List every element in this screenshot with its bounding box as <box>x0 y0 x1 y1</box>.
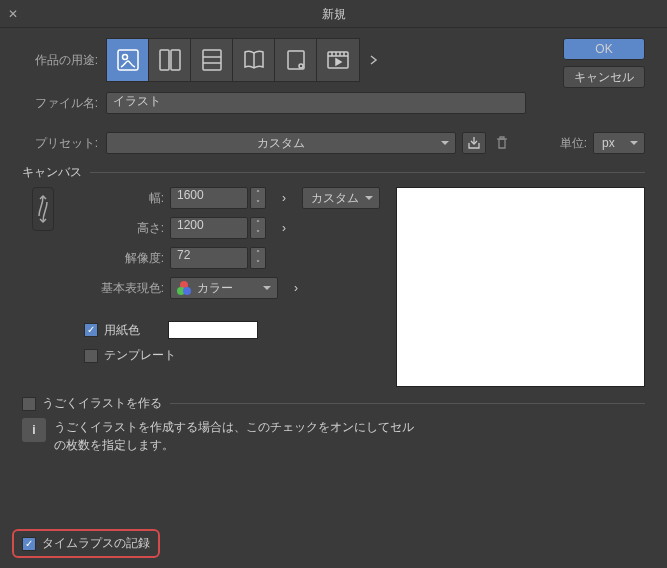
canvas-form: 幅: 1600 ˄˅ › カスタム 高さ: 1200 ˄˅ › 解像度: 72 … <box>84 187 380 387</box>
height-label: 高さ: <box>84 220 164 237</box>
size-preset-select[interactable]: カスタム <box>302 187 380 209</box>
use-label: 作品の用途: <box>22 52 98 69</box>
timelapse-label: タイムラプスの記録 <box>42 535 150 552</box>
preset-delete-button[interactable] <box>490 132 514 154</box>
swap-orientation-button[interactable] <box>32 187 54 231</box>
width-input[interactable]: 1600 <box>170 187 248 209</box>
svg-point-1 <box>122 55 127 60</box>
svg-rect-2 <box>160 50 169 70</box>
use-icon-animation[interactable] <box>317 39 359 81</box>
width-expand-icon[interactable]: › <box>274 188 294 208</box>
colormode-expand-icon[interactable]: › <box>286 278 306 298</box>
width-label: 幅: <box>84 190 164 207</box>
unit-select[interactable]: px <box>593 132 645 154</box>
use-icon-book[interactable] <box>233 39 275 81</box>
canvas-section-header: キャンバス <box>22 164 645 181</box>
svg-rect-3 <box>171 50 180 70</box>
height-spinner[interactable]: ˄˅ <box>250 217 266 239</box>
template-checkbox[interactable] <box>84 349 98 363</box>
papercolor-row: 用紙色 <box>84 321 380 339</box>
papercolor-swatch[interactable] <box>168 321 258 339</box>
dialog-title: 新規 <box>322 7 346 21</box>
filename-label: ファイル名: <box>22 95 98 112</box>
resolution-input[interactable]: 72 <box>170 247 248 269</box>
template-row: テンプレート <box>84 347 380 364</box>
timelapse-highlight: タイムラプスの記録 <box>12 529 160 558</box>
template-label: テンプレート <box>104 347 176 364</box>
ok-button[interactable]: OK <box>563 38 645 60</box>
preset-select[interactable]: カスタム <box>106 132 456 154</box>
cancel-button[interactable]: キャンセル <box>563 66 645 88</box>
unit-label: 単位: <box>560 135 587 152</box>
use-more-icon[interactable] <box>364 50 384 70</box>
height-input[interactable]: 1200 <box>170 217 248 239</box>
colormode-label: 基本表現色: <box>84 280 164 297</box>
animation-section-header: うごくイラストを作る <box>22 395 645 412</box>
dialog-body: OK キャンセル 作品の用途: <box>0 28 667 533</box>
use-icon-illustration[interactable] <box>107 39 149 81</box>
resolution-row: 解像度: 72 ˄˅ <box>84 247 380 269</box>
title-bar: ✕ 新規 <box>0 0 667 28</box>
width-spinner[interactable]: ˄˅ <box>250 187 266 209</box>
filename-row: ファイル名: イラスト <box>22 92 645 114</box>
timelapse-checkbox[interactable] <box>22 537 36 551</box>
svg-rect-8 <box>288 51 304 69</box>
height-row: 高さ: 1200 ˄˅ › <box>84 217 380 239</box>
colormode-select[interactable]: カラー <box>170 277 278 299</box>
animation-info: i うごくイラストを作成する場合は、このチェックをオンにしてセルの枚数を指定しま… <box>22 418 645 454</box>
use-icon-comic[interactable] <box>149 39 191 81</box>
rgb-icon <box>177 281 191 295</box>
height-expand-icon[interactable]: › <box>274 218 294 238</box>
canvas-area: 幅: 1600 ˄˅ › カスタム 高さ: 1200 ˄˅ › 解像度: 72 … <box>22 187 645 387</box>
resolution-spinner[interactable]: ˄˅ <box>250 247 266 269</box>
close-icon[interactable]: ✕ <box>8 0 18 28</box>
canvas-preview <box>396 187 645 387</box>
preset-row: プリセット: カスタム 単位: px <box>22 132 645 154</box>
info-icon: i <box>22 418 46 442</box>
preset-save-button[interactable] <box>462 132 486 154</box>
papercolor-label: 用紙色 <box>104 322 140 339</box>
use-icon-print[interactable] <box>275 39 317 81</box>
animation-help-text: うごくイラストを作成する場合は、このチェックをオンにしてセルの枚数を指定します。 <box>54 418 414 454</box>
preset-label: プリセット: <box>22 135 98 152</box>
dialog-button-column: OK キャンセル <box>563 38 645 88</box>
resolution-label: 解像度: <box>84 250 164 267</box>
animation-checkbox[interactable] <box>22 397 36 411</box>
dialog-footer: タイムラプスの記録 <box>0 519 172 568</box>
use-row: 作品の用途: <box>22 38 645 82</box>
svg-point-9 <box>299 64 303 68</box>
use-icons <box>106 38 360 82</box>
colormode-row: 基本表現色: カラー › <box>84 277 380 299</box>
svg-rect-4 <box>203 50 221 70</box>
width-row: 幅: 1600 ˄˅ › カスタム <box>84 187 380 209</box>
papercolor-checkbox[interactable] <box>84 323 98 337</box>
use-icon-webtoon[interactable] <box>191 39 233 81</box>
filename-input[interactable]: イラスト <box>106 92 526 114</box>
